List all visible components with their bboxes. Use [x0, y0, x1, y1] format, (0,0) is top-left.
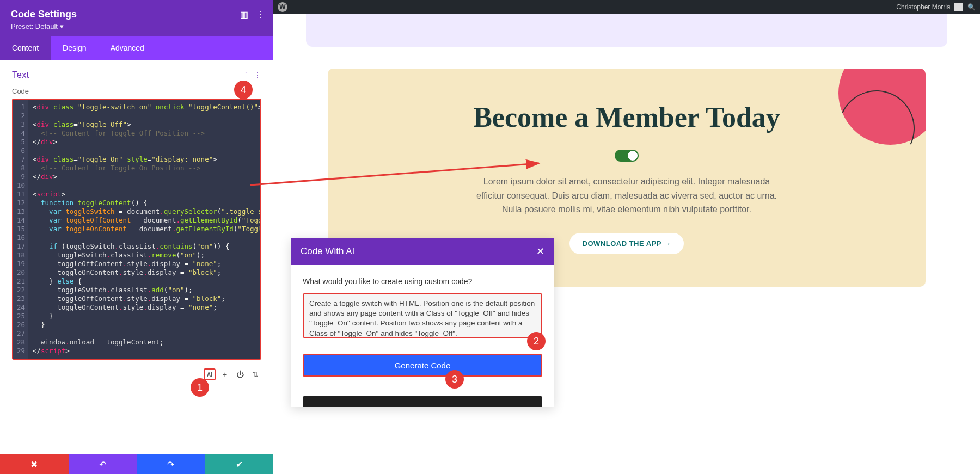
tab-design[interactable]: Design [51, 36, 99, 60]
power-button[interactable]: ⏻ [234, 368, 246, 380]
close-icon[interactable]: ✕ [536, 245, 544, 257]
hero-title: Become a Member Today [350, 101, 904, 133]
generate-code-button[interactable]: Generate Code [303, 354, 542, 377]
code-content[interactable]: <div class="toggle-switch on" onclick="t… [28, 100, 260, 359]
hero-description: Lorem ipsum dolor sit amet, consectetur … [474, 175, 779, 217]
more-icon[interactable]: ⋮ [256, 10, 265, 19]
cancel-button[interactable]: ✖ [0, 454, 69, 474]
settings-panel: Code Settings Preset: Default ▾ ⛶ ▥ ⋮ Co… [0, 0, 273, 474]
ai-prompt-label: What would you like to create using cust… [303, 277, 542, 286]
avatar[interactable] [954, 3, 963, 11]
annotation-marker-3: 3 [445, 370, 464, 389]
line-gutter: 1234567891011121314151617181920212223242… [13, 100, 28, 359]
annotation-marker-1: 1 [191, 378, 209, 397]
collapse-icon[interactable]: ˄ [244, 71, 248, 79]
add-button[interactable]: + [219, 368, 231, 380]
code-output-preview [303, 396, 542, 407]
toggle-switch[interactable] [615, 150, 639, 162]
save-button[interactable]: ✔ [205, 454, 274, 474]
sort-button[interactable]: ⇅ [249, 368, 261, 380]
section-more-icon[interactable]: ⋮ [254, 71, 261, 79]
panel-tabs: Content Design Advanced [0, 36, 273, 60]
preset-dropdown[interactable]: Preset: Default ▾ [11, 22, 262, 30]
header-strip [306, 14, 947, 47]
panel-header: Code Settings Preset: Default ▾ ⛶ ▥ ⋮ [0, 0, 273, 36]
annotation-marker-4: 4 [234, 81, 253, 99]
download-app-button[interactable]: DOWNLOAD THE APP → [569, 233, 684, 254]
text-section: Text ˄ ⋮ Code 12345678910111213141516171… [0, 60, 273, 364]
tab-content[interactable]: Content [0, 36, 51, 60]
code-label: Code [12, 87, 261, 95]
ai-button[interactable]: AI [204, 368, 216, 380]
annotation-marker-2: 2 [527, 332, 546, 350]
wordpress-logo-icon[interactable]: W [278, 2, 287, 12]
tab-advanced[interactable]: Advanced [99, 36, 156, 60]
viewport-icon[interactable]: ⛶ [223, 10, 232, 19]
code-editor[interactable]: 1234567891011121314151617181920212223242… [12, 99, 261, 360]
toggle-knob [628, 151, 638, 161]
search-icon[interactable]: 🔍 [967, 3, 976, 11]
undo-button[interactable]: ↶ [69, 454, 137, 474]
columns-icon[interactable]: ▥ [240, 10, 248, 19]
ai-dialog-header: Code With AI ✕ [291, 238, 554, 265]
redo-button[interactable]: ↷ [137, 454, 205, 474]
editor-toolbar: AI + ⏻ ⇅ [0, 364, 273, 380]
ai-dialog-title: Code With AI [301, 246, 354, 257]
ai-dialog: Code With AI ✕ What would you like to cr… [291, 238, 554, 407]
admin-user-name[interactable]: Christopher Morris [896, 3, 950, 11]
bottom-action-bar: ✖ ↶ ↷ ✔ [0, 454, 273, 474]
section-title: Text [12, 70, 29, 81]
wp-admin-bar: W Christopher Morris 🔍 [273, 0, 980, 14]
ai-prompt-input[interactable] [303, 293, 542, 338]
